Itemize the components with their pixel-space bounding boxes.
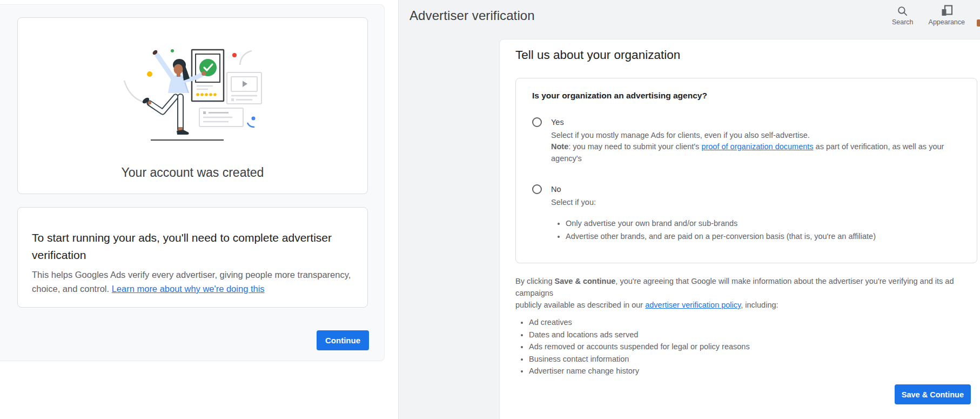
learn-more-link[interactable]: Learn more about why we're doing this [112, 284, 265, 294]
list-item: Advertiser name change history [529, 366, 980, 376]
account-created-title: Your account was created [18, 165, 367, 180]
option-no-bullets: Only advertise your own brand and/or sub… [551, 218, 876, 242]
list-item: Business contact information [529, 354, 980, 364]
list-item: Ad creatives [529, 317, 980, 327]
list-item: Only advertise your own brand and/or sub… [566, 218, 876, 230]
option-yes: Yes Select if you mostly manage Ads for … [532, 117, 961, 164]
search-icon[interactable] [897, 4, 908, 17]
account-created-illustration [123, 47, 263, 142]
appearance-label: Appearance [929, 18, 965, 26]
verification-intro-heading: To start running your ads, you'll need t… [32, 229, 353, 264]
verification-intro-card: To start running your ads, you'll need t… [17, 207, 368, 308]
agency-question: Is your organization an advertising agen… [532, 91, 961, 101]
radio-yes[interactable] [532, 117, 542, 127]
toolbar-search[interactable]: Search [892, 4, 914, 26]
option-yes-note: Note: you may need to submit your client… [551, 141, 955, 164]
continue-button[interactable]: Continue [317, 330, 369, 350]
toolbar: Search Appearance [892, 4, 965, 26]
note-bold: Note [551, 142, 568, 151]
option-yes-label: Yes [551, 117, 955, 129]
account-created-card: Your account was created [17, 17, 368, 194]
advertiser-verification-policy-link[interactable]: advertiser verification policy [645, 301, 741, 309]
proof-of-organization-link[interactable]: proof of organization documents [701, 142, 813, 151]
disclosure-bullet-list: Ad creatives Dates and locations ads ser… [515, 317, 980, 376]
save-and-continue-button[interactable]: Save & Continue [895, 384, 971, 404]
page-title: Advertiser verification [410, 8, 535, 23]
option-no-label: No [551, 184, 876, 196]
note-pre-link: : you may need to submit your client's [568, 142, 701, 151]
screen: Your account was created To start runnin… [0, 0, 980, 419]
option-no-description: Select if you: [551, 197, 876, 209]
section-title: Tell us about your organization [515, 47, 980, 63]
disclosure-pre-bold: By clicking [515, 277, 555, 285]
option-yes-text: Yes Select if you mostly manage Ads for … [551, 117, 955, 164]
partial-toolbar-item[interactable] [977, 19, 980, 26]
account-created-panel: Your account was created To start runnin… [0, 4, 385, 361]
disclosure-line2: publicly available as described in our a… [515, 299, 976, 311]
appearance-icon[interactable] [941, 4, 953, 17]
disclosure-pre-link: publicly available as described in our [515, 301, 645, 309]
disclosure-post-link: , including: [741, 301, 778, 309]
disclosure-line1: By clicking Save & continue, you're agre… [515, 275, 976, 299]
toolbar-appearance[interactable]: Appearance [929, 4, 965, 26]
radio-no[interactable] [532, 184, 542, 194]
agency-question-card: Is your organization an advertising agen… [515, 78, 977, 263]
verification-intro-body: This helps Googles Ads verify every adve… [32, 268, 353, 296]
list-item: Ads removed or accounts suspended for le… [529, 342, 980, 351]
disclosure-text: By clicking Save & continue, you're agre… [515, 275, 976, 311]
search-label: Search [892, 18, 914, 26]
option-yes-description: Select if you mostly manage Ads for clie… [551, 130, 955, 142]
list-item: Advertise other brands, and are paid on … [566, 231, 876, 243]
option-no: No Select if you: Only advertise your ow… [532, 184, 961, 242]
list-item: Dates and locations ads served [529, 330, 980, 340]
option-no-text: No Select if you: Only advertise your ow… [551, 184, 876, 242]
disclosure-bold: Save & continue [555, 277, 616, 285]
advertiser-verification-panel: Advertiser verification Search [398, 0, 980, 419]
main-content: Tell us about your organization Is your … [499, 39, 980, 419]
